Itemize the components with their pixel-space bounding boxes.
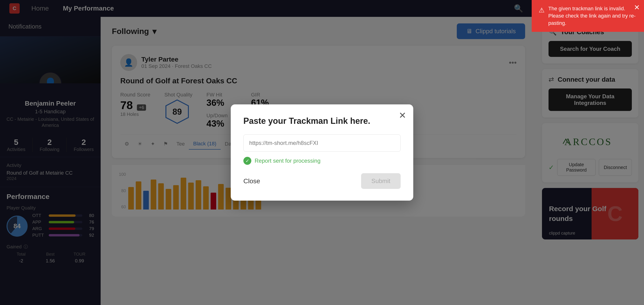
modal-close-button[interactable]: Close bbox=[243, 178, 260, 185]
success-text: Report sent for processing bbox=[254, 158, 320, 164]
trackman-link-input[interactable] bbox=[243, 134, 401, 152]
success-check-icon: ✓ bbox=[243, 157, 251, 165]
error-toast-close-button[interactable]: ✕ bbox=[634, 3, 640, 12]
modal-overlay[interactable]: Paste your Trackman Link here. ✕ ✓ Repor… bbox=[0, 0, 644, 305]
trackman-modal: Paste your Trackman Link here. ✕ ✓ Repor… bbox=[231, 104, 413, 200]
modal-success-message: ✓ Report sent for processing bbox=[243, 157, 401, 165]
error-toast: ⚠ The given trackman link is invalid. Pl… bbox=[532, 0, 644, 32]
warning-icon: ⚠ bbox=[539, 6, 544, 15]
modal-title: Paste your Trackman Link here. bbox=[243, 116, 401, 126]
error-toast-message: The given trackman link is invalid. Plea… bbox=[548, 5, 637, 27]
modal-close-x-button[interactable]: ✕ bbox=[399, 111, 406, 120]
modal-footer: Close Submit bbox=[243, 173, 401, 189]
modal-submit-button[interactable]: Submit bbox=[361, 173, 401, 189]
